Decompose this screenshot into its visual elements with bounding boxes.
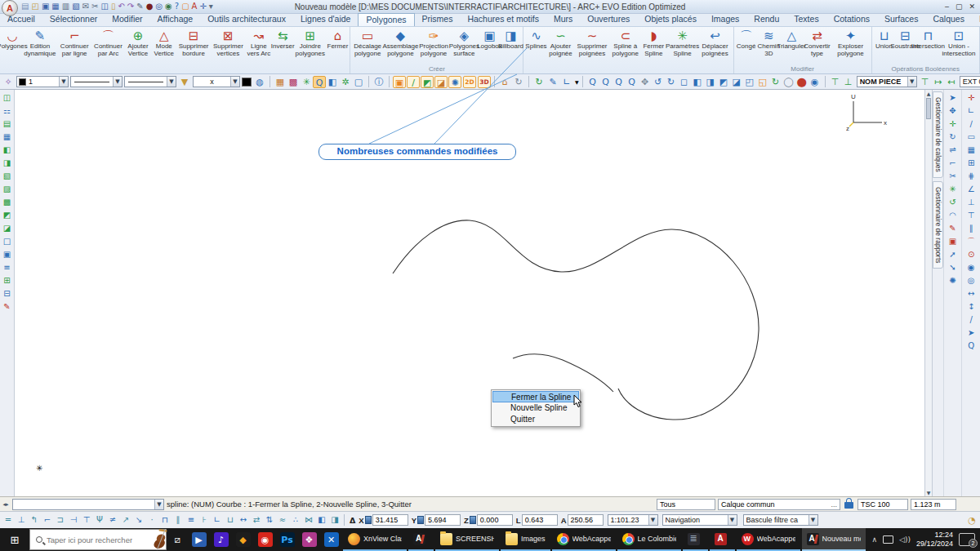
move-tool-icon[interactable]: ✥	[947, 104, 959, 117]
eye-icon[interactable]: ◉	[808, 76, 822, 88]
zoom-icon[interactable]: Q	[586, 76, 599, 88]
parametres-spline-button[interactable]: ✳ Paramètres Spline	[666, 28, 699, 65]
view-top-icon[interactable]: ◻	[678, 76, 691, 88]
vertical-scrollbar[interactable]: ▲ ▼	[924, 90, 932, 496]
view-axo-icon[interactable]: ◰	[743, 76, 756, 88]
snap-halfr-icon[interactable]: ◨	[328, 513, 341, 527]
ribbon-tab[interactable]: Polygones	[358, 13, 414, 26]
snap-se-icon[interactable]: ↘	[132, 513, 145, 527]
info-icon[interactable]: ⓘ	[372, 76, 385, 88]
arrow-ne-icon[interactable]: ➚	[947, 248, 959, 260]
current-layer-field[interactable]: Calque commun ...	[718, 499, 840, 510]
maximize-button[interactable]: ▢	[956, 2, 963, 11]
menu-item-nouvelle-spline[interactable]: Nouvelle Spline	[492, 402, 579, 414]
undo-view-icon[interactable]: ↺	[947, 196, 959, 208]
x-lock-icon[interactable]	[365, 516, 372, 524]
taskbar-search[interactable]	[29, 529, 167, 550]
copy-icon[interactable]: ◫	[101, 2, 109, 11]
view-iso2-icon[interactable]: ◪	[730, 76, 743, 88]
corel-icon[interactable]: ◉	[254, 528, 276, 551]
snap-ne-icon[interactable]: ↗	[119, 513, 132, 527]
view-prev-icon[interactable]: ↺	[652, 76, 665, 88]
minimize-button[interactable]: –	[945, 2, 949, 11]
ligne-vers-arc-button[interactable]: ↝ Ligne vers Arc	[246, 28, 273, 65]
polygones-button[interactable]: ◡ Polygones	[2, 28, 23, 65]
diag-half-icon[interactable]: ◪	[434, 76, 448, 88]
ring-icon[interactable]: ◎	[965, 274, 978, 287]
angle-icon[interactable]: ∟	[560, 76, 573, 88]
task-webacappella-2[interactable]: WebAcappell...	[737, 528, 800, 551]
draw-icon[interactable]: ✎	[1, 300, 13, 313]
gear-icon[interactable]: ✺	[448, 76, 461, 88]
mode-vertice-button[interactable]: △ Mode Vertice	[152, 28, 176, 65]
pen-tool-icon[interactable]: ✎	[947, 222, 959, 234]
color-palette-icon[interactable]: ▩	[287, 76, 300, 88]
joindre-polygones-button[interactable]: ⊞ Joindre polygones	[293, 28, 327, 65]
burst-icon[interactable]: ✺	[947, 274, 959, 287]
ellipse-filled-icon[interactable]: ⬤	[795, 76, 808, 88]
xnconvert-icon[interactable]: ✕	[320, 528, 342, 551]
photos-app-icon[interactable]: ❖	[298, 528, 320, 551]
logo-a-icon[interactable]: A	[192, 2, 198, 11]
task-screenshots[interactable]: SCREENSHOTS	[435, 528, 499, 551]
ribbon-tab[interactable]: Modifier	[105, 13, 149, 26]
roof-icon[interactable]: ◨	[1, 157, 13, 169]
layer-filter-combo[interactable]: Bascule filtre ca▼	[743, 514, 818, 526]
conge-button[interactable]: ⌒ Congé	[736, 28, 757, 65]
box-tool-icon[interactable]: ▣	[947, 235, 959, 247]
mail-icon[interactable]: ✉	[82, 2, 89, 11]
filter-field[interactable]: Tous	[657, 499, 715, 510]
command-history-combo[interactable]: ▼	[12, 499, 164, 510]
zoom-out-icon[interactable]: Q	[612, 76, 626, 88]
movies-tv-icon[interactable]: ▶	[188, 528, 210, 551]
diag-fill-icon[interactable]: ◩	[421, 76, 434, 88]
home-icon[interactable]: ⌂	[498, 76, 511, 88]
supprimer-poignees-button[interactable]: ∼ Supprimer poignées	[575, 28, 610, 65]
doors-icon[interactable]: ▨	[1, 183, 13, 195]
snap-noteq-icon[interactable]: ≠	[106, 513, 119, 527]
edition-dynamique-button[interactable]: ✎ Edition dynamique	[23, 28, 57, 65]
snap-cup-icon[interactable]: ⊔	[224, 513, 237, 527]
ribbon-tab[interactable]: Outils architecturaux	[200, 13, 293, 26]
pen2-icon[interactable]: ✎	[546, 76, 559, 88]
rect-icon[interactable]: ▭	[965, 131, 978, 143]
add-point-icon[interactable]: ✛	[965, 91, 978, 104]
z-coordinate-field[interactable]: 0.000	[477, 514, 513, 526]
trim-icon[interactable]: ✂	[947, 170, 959, 182]
orbit-icon[interactable]: ↻	[512, 76, 525, 88]
decalage-polygone-button[interactable]: ▭ Décalage polygone	[352, 28, 383, 65]
ribbon-tab[interactable]: Rendu	[746, 13, 786, 26]
circle-icon[interactable]: ⊙	[965, 248, 978, 260]
compass-icon[interactable]: ◔	[965, 514, 978, 527]
zoom-select-icon[interactable]: Q	[313, 76, 326, 88]
angle-field[interactable]: 250.56	[568, 514, 604, 526]
snap-approx-icon[interactable]: ≈	[276, 513, 289, 527]
notification-center-icon[interactable]: 2	[959, 533, 975, 546]
y-lock-icon[interactable]	[417, 516, 424, 524]
view-settings-icon[interactable]: ◫	[1, 91, 13, 104]
billboard-button[interactable]: ◨ Billboard	[500, 28, 521, 65]
snap-therefore-icon[interactable]: ∴	[289, 513, 302, 527]
dim-v-icon[interactable]: ↕	[965, 300, 978, 313]
open-icon[interactable]: ◰	[31, 2, 38, 11]
help-icon[interactable]: ?	[175, 2, 179, 11]
text-down-icon[interactable]: ⊥	[842, 76, 855, 88]
snap-halfl-icon[interactable]: ◧	[315, 513, 328, 527]
exploser-polygone-button[interactable]: ✦ Exploser polygone	[832, 28, 870, 65]
fermer-spline-button[interactable]: ◗ Fermer Spline	[641, 28, 666, 65]
speaker-icon[interactable]: ◁))	[899, 535, 911, 544]
tab-gestionnaire-rapports[interactable]: Gestionnaire de rapports	[933, 181, 943, 269]
navigation-mode-combo[interactable]: Navigation▼	[662, 514, 737, 526]
text-tool-icon[interactable]: □	[1, 235, 13, 247]
layers-icon[interactable]: ▤	[1, 118, 13, 130]
snap-equiv-icon[interactable]: ≡	[185, 513, 198, 527]
settings-icon[interactable]: ✳	[947, 183, 959, 195]
snap-swap-icon[interactable]: ⇄	[250, 513, 263, 527]
dim-h-icon[interactable]: ↔	[965, 287, 978, 300]
ribbon-tab[interactable]: Murs	[546, 13, 580, 26]
avast-icon[interactable]: ◆	[232, 528, 254, 551]
continuer-par-arc-button[interactable]: ⌒ Continuer par Arc	[92, 28, 125, 65]
slope-icon[interactable]: /	[965, 313, 978, 326]
snap-equal-icon[interactable]: =	[2, 513, 15, 527]
mirror-icon[interactable]: ⇌	[947, 144, 959, 156]
